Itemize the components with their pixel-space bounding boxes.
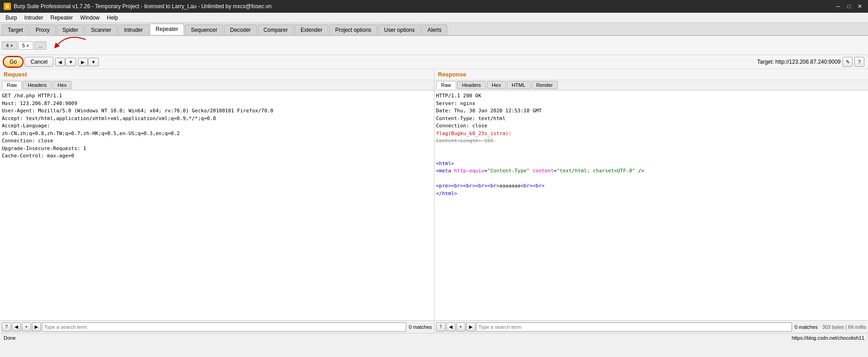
title-bar-left: B Burp Suite Professional v1.7.26 - Temp…	[4, 3, 271, 10]
request-body[interactable]: GET /hd.php HTTP/1.1 Host: 123.206.87.24…	[0, 91, 434, 320]
response-tab-render[interactable]: Render	[531, 81, 558, 89]
response-search-next-add[interactable]: +	[456, 322, 465, 332]
maximize-button[interactable]: □	[844, 2, 853, 11]
nav-next-dropdown[interactable]: ▼	[88, 58, 99, 66]
response-tab-headers[interactable]: Headers	[457, 81, 486, 89]
tab-user-options[interactable]: User options	[378, 25, 420, 35]
nav-next-button[interactable]: ▶	[78, 58, 88, 66]
minimize-button[interactable]: ─	[833, 2, 842, 11]
repeater-tab-5[interactable]: 5 ×	[18, 41, 34, 50]
request-match-count: 0 matches	[409, 324, 432, 330]
tab-scanner[interactable]: Scanner	[85, 25, 117, 35]
request-search-next[interactable]: ▶	[32, 322, 41, 332]
request-search-input[interactable]	[42, 322, 406, 332]
response-panel: Response Raw Headers Hex HTML Render HTT…	[434, 69, 868, 333]
request-footer: ? ◀ + ▶ 0 matches	[0, 320, 434, 333]
response-match-count: 0 matches	[795, 324, 818, 330]
response-tab-hex[interactable]: Hex	[487, 81, 506, 89]
repeater-tab-bar: 4 × 5 × ...	[0, 36, 868, 55]
menu-window[interactable]: Window	[77, 14, 103, 22]
status-bar: Done https://blog.csdn.net/chocolish11	[0, 333, 868, 342]
main-tab-bar: Target Proxy Spider Scanner Intruder Rep…	[0, 23, 868, 36]
response-title: Response	[434, 69, 868, 80]
tab-project-options[interactable]: Project options	[329, 25, 377, 35]
menu-help[interactable]: Help	[103, 14, 122, 22]
tab-alerts[interactable]: Alerts	[422, 25, 448, 35]
request-search-next-add[interactable]: +	[22, 322, 31, 332]
request-tab-headers[interactable]: Headers	[23, 81, 52, 89]
tab-proxy[interactable]: Proxy	[30, 25, 56, 35]
tab-repeater[interactable]: Repeater	[150, 24, 184, 35]
response-body[interactable]: HTTP/1.1 200 OK Server: nginx Date: Thu,…	[434, 91, 868, 320]
cancel-button[interactable]: Cancel	[25, 57, 53, 67]
response-search-help[interactable]: ?	[436, 322, 445, 332]
tab-comparer[interactable]: Comparer	[258, 25, 294, 35]
response-tabs: Raw Headers Hex HTML Render	[434, 80, 868, 91]
tab-intruder[interactable]: Intruder	[118, 25, 148, 35]
tab-spider[interactable]: Spider	[56, 25, 84, 35]
request-panel: Request Raw Headers Hex GET /hd.php HTTP…	[0, 69, 434, 333]
window-title: Burp Suite Professional v1.7.26 - Tempor…	[14, 3, 271, 10]
response-status: 303 bytes | 66 millis	[822, 324, 866, 330]
repeater-tab-more[interactable]: ...	[34, 41, 46, 50]
annotation-arrow	[49, 37, 104, 53]
request-search-prev[interactable]: ◀	[12, 322, 21, 332]
tab-target[interactable]: Target	[2, 25, 29, 35]
response-footer: ? ◀ + ▶ 0 matches 303 bytes | 66 millis	[434, 320, 868, 333]
go-button[interactable]: Go	[4, 57, 23, 67]
app-icon: B	[4, 3, 11, 10]
close-button[interactable]: ✕	[855, 2, 864, 11]
window-controls: ─ □ ✕	[833, 2, 864, 11]
tab-decoder[interactable]: Decoder	[224, 25, 256, 35]
response-search-prev[interactable]: ◀	[446, 322, 455, 332]
tab-extender[interactable]: Extender	[295, 25, 328, 35]
help-button[interactable]: ?	[854, 57, 864, 67]
repeater-tab-4[interactable]: 4 ×	[2, 41, 17, 50]
nav-prev-button[interactable]: ◀	[55, 58, 65, 66]
request-title: Request	[0, 69, 434, 80]
target-label: Target: http://123.206.87.240:9009	[757, 59, 841, 65]
toolbar: Go Cancel ◀ ▼ ▶ ▼ Target: http://123.206…	[0, 55, 868, 69]
menu-burp[interactable]: Burp	[2, 14, 20, 22]
response-search-next[interactable]: ▶	[466, 322, 475, 332]
request-content: GET /hd.php HTTP/1.1 Host: 123.206.87.24…	[2, 92, 432, 160]
request-tab-raw[interactable]: Raw	[2, 81, 22, 89]
edit-target-button[interactable]: ✎	[842, 57, 853, 67]
request-tabs: Raw Headers Hex	[0, 80, 434, 91]
tab-sequencer[interactable]: Sequencer	[185, 25, 223, 35]
request-tab-hex[interactable]: Hex	[53, 81, 72, 89]
request-search-help[interactable]: ?	[2, 322, 11, 332]
response-tab-html[interactable]: HTML	[507, 81, 531, 89]
menu-repeater[interactable]: Repeater	[47, 14, 77, 22]
main-panels: Request Raw Headers Hex GET /hd.php HTTP…	[0, 69, 868, 333]
menu-intruder[interactable]: Intruder	[20, 14, 46, 22]
status-right: https://blog.csdn.net/chocolish11	[791, 335, 864, 341]
response-content: HTTP/1.1 200 OK Server: nginx Date: Thu,…	[436, 92, 867, 197]
response-tab-raw[interactable]: Raw	[436, 81, 456, 89]
status-left: Done	[4, 335, 15, 341]
response-search-input[interactable]	[476, 322, 792, 332]
title-bar: B Burp Suite Professional v1.7.26 - Temp…	[0, 0, 868, 13]
nav-prev-dropdown[interactable]: ▼	[65, 58, 76, 66]
menu-bar: Burp Intruder Repeater Window Help	[0, 13, 868, 23]
